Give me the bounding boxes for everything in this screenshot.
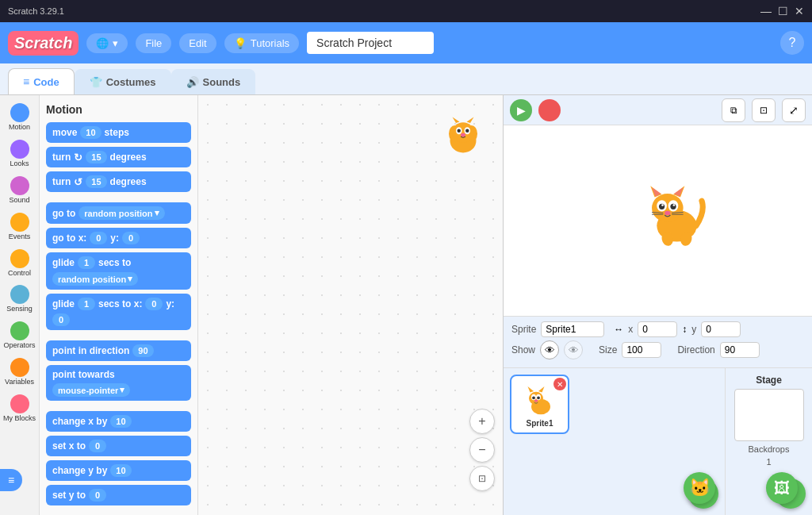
sprite-x-input[interactable] bbox=[638, 321, 677, 337]
add-backdrop-action-button[interactable]: 🖼 bbox=[766, 472, 798, 504]
titlebar: Scratch 3.29.1 — ☐ ✕ bbox=[0, 0, 812, 22]
block-change-y[interactable]: change y by 10 bbox=[46, 460, 191, 481]
tab-code-label: Code bbox=[33, 76, 59, 88]
stage-mini-preview[interactable] bbox=[734, 389, 804, 441]
stage-small-mode-button[interactable]: ⧉ bbox=[722, 98, 745, 122]
direction-label: Direction bbox=[677, 344, 714, 356]
variables-circle bbox=[10, 358, 29, 377]
svg-point-7 bbox=[465, 129, 469, 133]
minimize-btn[interactable]: — bbox=[760, 5, 772, 17]
tab-sounds[interactable]: 🔊 Sounds bbox=[171, 69, 256, 94]
show-label: Show bbox=[511, 344, 535, 356]
sprite-direction-input[interactable] bbox=[720, 342, 760, 358]
main-layout: Motion Looks Sound Events Control Sensin… bbox=[0, 95, 812, 515]
sensing-label: Sensing bbox=[6, 306, 33, 313]
block-turn-ccw[interactable]: turn ↺ 15 degrees bbox=[46, 171, 191, 192]
size-label: Size bbox=[599, 344, 617, 356]
sprite-size-input[interactable] bbox=[622, 342, 661, 358]
globe-icon: 🌐 bbox=[96, 37, 109, 49]
palette-title: Motion bbox=[46, 103, 191, 116]
block-point-direction[interactable]: point in direction 90 bbox=[46, 340, 191, 361]
block-set-x[interactable]: set x to 0 bbox=[46, 436, 191, 456]
show-eye-hidden[interactable]: 👁 bbox=[564, 340, 583, 359]
sounds-icon: 🔊 bbox=[186, 76, 199, 88]
tab-costumes[interactable]: 👕 Costumes bbox=[75, 69, 171, 94]
category-sidebar: Motion Looks Sound Events Control Sensin… bbox=[0, 95, 40, 515]
sound-circle bbox=[10, 176, 29, 195]
looks-label: Looks bbox=[10, 160, 29, 168]
window-controls[interactable]: — ☐ ✕ bbox=[760, 5, 804, 17]
sprite-properties: Sprite ↔ x ↕ y Show 👁 👁 Size bbox=[504, 316, 812, 368]
sprite-label: Sprite bbox=[511, 324, 536, 335]
myblocks-label: My Blocks bbox=[3, 415, 36, 423]
block-set-y[interactable]: set y to 0 bbox=[46, 485, 191, 505]
zoom-controls: + − ⊡ bbox=[469, 409, 495, 491]
sidebar-item-myblocks[interactable]: My Blocks bbox=[2, 391, 38, 426]
svg-point-36 bbox=[532, 396, 535, 399]
file-button[interactable]: File bbox=[136, 33, 171, 53]
block-move[interactable]: move 10 steps bbox=[46, 122, 191, 143]
stage-fullscreen-button[interactable]: ⤢ bbox=[782, 98, 806, 122]
zoom-in-button[interactable]: + bbox=[469, 409, 495, 434]
control-circle bbox=[10, 249, 29, 268]
help-button[interactable]: ? bbox=[780, 31, 804, 55]
code-area[interactable]: + − ⊡ bbox=[198, 95, 503, 515]
maximize-btn[interactable]: ☐ bbox=[778, 5, 788, 17]
stage-normal-mode-button[interactable]: ⊡ bbox=[752, 98, 776, 122]
sidebar-item-variables[interactable]: Variables bbox=[2, 355, 38, 390]
globe-button[interactable]: 🌐 ▾ bbox=[86, 33, 128, 53]
svg-point-38 bbox=[534, 399, 538, 402]
sprite-name-input[interactable] bbox=[541, 321, 604, 337]
sprite-delete-button[interactable]: ✕ bbox=[553, 378, 566, 390]
tab-code[interactable]: ≡ Code bbox=[8, 68, 75, 94]
block-change-x[interactable]: change x by 10 bbox=[46, 411, 191, 432]
red-stop-button[interactable] bbox=[538, 99, 561, 121]
code-area-cat bbox=[439, 111, 487, 162]
edit-button[interactable]: Edit bbox=[179, 33, 216, 53]
zoom-reset-button[interactable]: ⊡ bbox=[469, 466, 495, 491]
block-turn-cw[interactable]: turn ↻ 15 degrees bbox=[46, 147, 191, 167]
show-eye-visible[interactable]: 👁 bbox=[540, 340, 559, 359]
svg-marker-10 bbox=[467, 117, 474, 124]
events-circle bbox=[10, 213, 29, 232]
svg-point-31 bbox=[529, 391, 543, 405]
block-glide-xy[interactable]: glide 1 secs to x: 0 y: 0 bbox=[46, 294, 191, 330]
sprite-cat-thumbnail bbox=[522, 382, 557, 417]
block-point-towards[interactable]: point towards mouse-pointer ▾ bbox=[46, 365, 191, 401]
sidebar-item-operators[interactable]: Operators bbox=[2, 318, 38, 353]
expand-left-button[interactable]: ≡ bbox=[0, 469, 22, 491]
block-glide-to[interactable]: glide 1 secs to random position ▾ bbox=[46, 252, 191, 290]
sidebar-item-looks[interactable]: Looks bbox=[2, 136, 38, 171]
svg-marker-32 bbox=[528, 386, 534, 393]
sidebar-item-sensing[interactable]: Sensing bbox=[2, 282, 38, 317]
sidebar-item-events[interactable]: Events bbox=[2, 209, 38, 244]
add-sprite-action-button[interactable]: 🐱 bbox=[684, 472, 715, 504]
block-goto[interactable]: go to random position ▾ bbox=[46, 202, 191, 224]
svg-marker-33 bbox=[538, 386, 545, 393]
block-goto-xy[interactable]: go to x: 0 y: 0 bbox=[46, 228, 191, 248]
green-flag-button[interactable]: ▶ bbox=[510, 99, 532, 121]
sensing-circle bbox=[10, 285, 29, 304]
stage-panel: ▶ ⧉ ⊡ ⤢ bbox=[503, 95, 812, 515]
tutorials-icon: 💡 bbox=[234, 37, 247, 49]
sidebar-item-sound[interactable]: Sound bbox=[2, 173, 38, 208]
tab-costumes-label: Costumes bbox=[106, 76, 156, 88]
tutorials-button[interactable]: 💡 Tutorials bbox=[224, 33, 299, 53]
svg-marker-9 bbox=[453, 117, 460, 124]
sprite-y-input[interactable] bbox=[701, 321, 741, 337]
project-name-input[interactable] bbox=[307, 32, 434, 54]
svg-point-25 bbox=[665, 211, 670, 215]
sidebar-item-motion[interactable]: Motion bbox=[2, 100, 38, 135]
stage-view bbox=[504, 125, 812, 316]
sprite-thumb-sprite1[interactable]: ✕ Sprite1 bbox=[510, 375, 569, 434]
svg-point-6 bbox=[458, 129, 462, 133]
sidebar-item-control[interactable]: Control bbox=[2, 246, 38, 281]
scratch-logo[interactable]: Scratch bbox=[8, 31, 79, 56]
close-btn[interactable]: ✕ bbox=[795, 5, 804, 17]
globe-arrow: ▾ bbox=[113, 37, 118, 49]
svg-point-3 bbox=[453, 122, 474, 143]
bottom-stage-action-button-wrapper: 🖼 bbox=[766, 472, 798, 504]
zoom-out-button[interactable]: − bbox=[469, 437, 495, 463]
operators-label: Operators bbox=[3, 342, 35, 350]
backdrop-count-value: 1 bbox=[766, 457, 771, 467]
